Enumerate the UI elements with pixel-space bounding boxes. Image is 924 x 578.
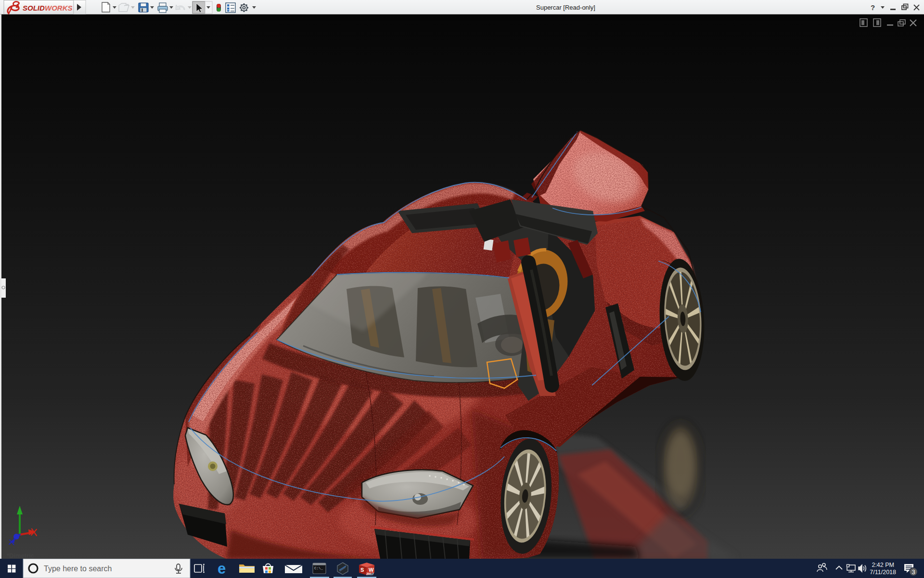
svg-text:2:42 PM: 2:42 PM <box>872 562 894 568</box>
svg-text:S: S <box>360 567 364 573</box>
svg-text:Type here to search: Type here to search <box>44 565 112 573</box>
svg-text:*Dimetric: *Dimetric <box>7 552 34 559</box>
svg-text:SOLID: SOLID <box>23 4 45 12</box>
svg-text:2017: 2017 <box>366 572 374 576</box>
svg-text:e: e <box>218 560 226 577</box>
svg-text:3: 3 <box>911 568 915 576</box>
svg-text:WORKS: WORKS <box>45 4 73 12</box>
svg-text:C:\_: C:\_ <box>314 566 323 570</box>
svg-text:Supercar [Read-only]: Supercar [Read-only] <box>536 4 595 11</box>
svg-text:7/11/2018: 7/11/2018 <box>870 569 896 576</box>
svg-text:?: ? <box>871 3 875 12</box>
